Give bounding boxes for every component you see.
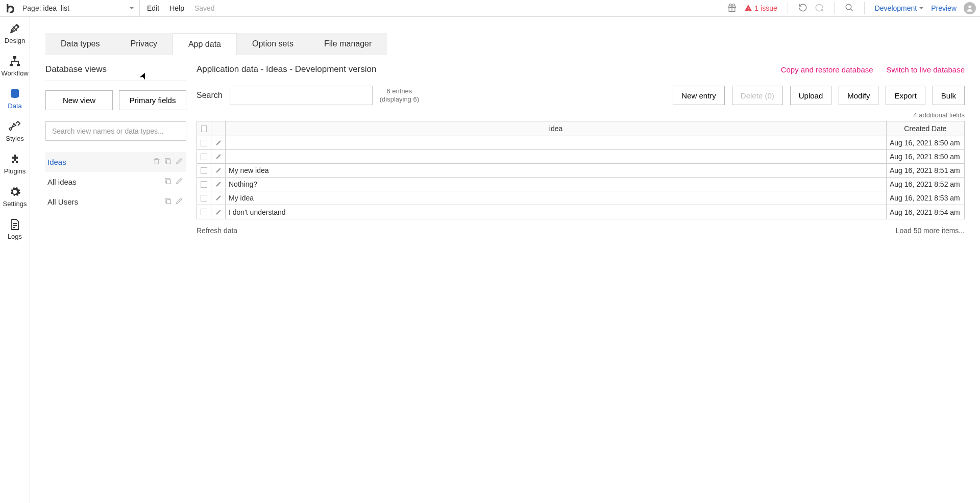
warning-icon xyxy=(744,4,752,12)
svg-point-5 xyxy=(968,6,971,8)
bulk-button[interactable]: Bulk xyxy=(933,86,965,105)
view-item-label: All ideas xyxy=(47,178,77,186)
select-all-checkbox[interactable] xyxy=(201,125,207,132)
copy-icon[interactable] xyxy=(164,177,172,187)
view-item[interactable]: Ideas xyxy=(45,152,186,172)
view-item[interactable]: All ideas xyxy=(45,172,186,192)
nav-design[interactable]: Design xyxy=(0,17,30,49)
view-item[interactable]: All Users xyxy=(45,192,186,212)
issues-indicator[interactable]: 1 issue xyxy=(744,4,777,12)
additional-fields-label[interactable]: 4 additional fields xyxy=(197,111,965,119)
tab-file-manager[interactable]: File manager xyxy=(309,33,387,55)
switch-live-link[interactable]: Switch to live database xyxy=(887,65,965,74)
row-edit[interactable] xyxy=(211,150,226,163)
row-checkbox[interactable] xyxy=(201,154,207,160)
search-data-input[interactable] xyxy=(230,86,373,105)
cell-idea[interactable]: My new idea xyxy=(226,164,887,177)
search-label: Search xyxy=(197,91,223,100)
row-checkbox[interactable] xyxy=(201,195,207,202)
svg-rect-8 xyxy=(17,64,20,66)
tab-data-types[interactable]: Data types xyxy=(45,33,115,55)
svg-rect-15 xyxy=(166,199,170,204)
row-checkbox[interactable] xyxy=(201,140,207,146)
table-row: I don't understandAug 16, 2021 8:54 am xyxy=(197,205,964,219)
upload-button[interactable]: Upload xyxy=(790,86,832,105)
load-more-link[interactable]: Load 50 more items... xyxy=(896,227,965,235)
row-edit[interactable] xyxy=(211,205,226,219)
nav-workflow[interactable]: Workflow xyxy=(0,49,30,82)
pencil-icon[interactable] xyxy=(175,197,183,207)
cell-idea[interactable]: Nothing? xyxy=(226,178,887,191)
row-checkbox[interactable] xyxy=(201,209,207,215)
redo-icon[interactable] xyxy=(815,3,824,14)
new-entry-button[interactable]: New entry xyxy=(673,86,725,105)
copy-restore-link[interactable]: Copy and restore database xyxy=(781,65,873,74)
pencil-icon[interactable] xyxy=(175,157,183,167)
row-edit[interactable] xyxy=(211,136,226,149)
entry-count-line2: (displaying 6) xyxy=(380,95,419,104)
user-avatar[interactable] xyxy=(964,2,976,14)
nav-settings[interactable]: Settings xyxy=(0,180,30,213)
nav-data[interactable]: Data xyxy=(0,82,30,115)
pencil-icon xyxy=(215,167,222,174)
page-selector[interactable]: Page: idea_list xyxy=(17,0,140,17)
data-panel-header: Application data - Ideas - Development v… xyxy=(197,64,965,74)
views-list: IdeasAll ideasAll Users xyxy=(45,152,186,212)
primary-fields-button[interactable]: Primary fields xyxy=(119,90,186,110)
search-views-input[interactable] xyxy=(45,121,186,141)
pencil-icon[interactable] xyxy=(175,177,183,187)
pencil-icon xyxy=(215,209,222,216)
export-button[interactable]: Export xyxy=(886,86,925,105)
search-icon[interactable] xyxy=(845,3,854,14)
environment-label: Development xyxy=(875,4,917,12)
nav-workflow-label: Workflow xyxy=(1,69,28,77)
new-view-button[interactable]: New view xyxy=(45,90,113,110)
refresh-data-link[interactable]: Refresh data xyxy=(197,227,237,235)
copy-icon[interactable] xyxy=(164,197,172,207)
cell-idea[interactable]: My idea xyxy=(226,191,887,205)
cell-idea[interactable] xyxy=(226,150,887,163)
page-name: idea_list xyxy=(43,4,69,12)
preview-button[interactable]: Preview xyxy=(931,4,957,12)
topbar: Page: idea_list Edit Help Saved 1 issue … xyxy=(0,0,980,17)
page-prefix: Page: xyxy=(22,4,41,12)
topbar-right: 1 issue Development Preview xyxy=(727,2,976,14)
trash-icon[interactable] xyxy=(153,157,161,167)
menu-edit[interactable]: Edit xyxy=(147,4,159,12)
copy-icon[interactable] xyxy=(164,157,172,167)
chevron-down-icon xyxy=(919,4,924,12)
entry-count-line1: 6 entries xyxy=(380,87,419,95)
tab-app-data[interactable]: App data xyxy=(173,33,237,55)
cell-date: Aug 16, 2021 8:50 am xyxy=(887,136,964,149)
row-edit[interactable] xyxy=(211,191,226,205)
delete-button[interactable]: Delete (0) xyxy=(732,86,783,105)
row-checkbox[interactable] xyxy=(201,181,207,188)
cell-idea[interactable] xyxy=(226,136,887,149)
environment-selector[interactable]: Development xyxy=(875,4,924,12)
cell-date: Aug 16, 2021 8:53 am xyxy=(887,191,964,205)
gear-icon xyxy=(9,186,21,198)
tab-option-sets[interactable]: Option sets xyxy=(237,33,309,55)
row-edit[interactable] xyxy=(211,178,226,191)
row-edit[interactable] xyxy=(211,164,226,177)
views-buttons: New view Primary fields xyxy=(45,90,186,110)
nav-settings-label: Settings xyxy=(3,200,27,208)
nav-styles[interactable]: Styles xyxy=(0,115,30,147)
data-footer: Refresh data Load 50 more items... xyxy=(197,219,965,246)
view-item-actions xyxy=(164,177,183,187)
menu-help[interactable]: Help xyxy=(169,4,184,12)
separator xyxy=(788,2,788,14)
gift-icon[interactable] xyxy=(727,3,737,14)
table-row: My new ideaAug 16, 2021 8:51 am xyxy=(197,164,964,178)
undo-icon[interactable] xyxy=(798,3,807,14)
plugins-icon xyxy=(9,153,21,165)
nav-logs[interactable]: Logs xyxy=(0,213,30,245)
pencil-icon xyxy=(215,194,222,202)
cell-date: Aug 16, 2021 8:54 am xyxy=(887,205,964,219)
tab-privacy[interactable]: Privacy xyxy=(115,33,172,55)
row-checkbox[interactable] xyxy=(201,167,207,174)
row-select xyxy=(197,136,211,149)
cell-idea[interactable]: I don't understand xyxy=(226,205,887,219)
modify-button[interactable]: Modify xyxy=(839,86,878,105)
nav-plugins[interactable]: Plugins xyxy=(0,147,30,180)
